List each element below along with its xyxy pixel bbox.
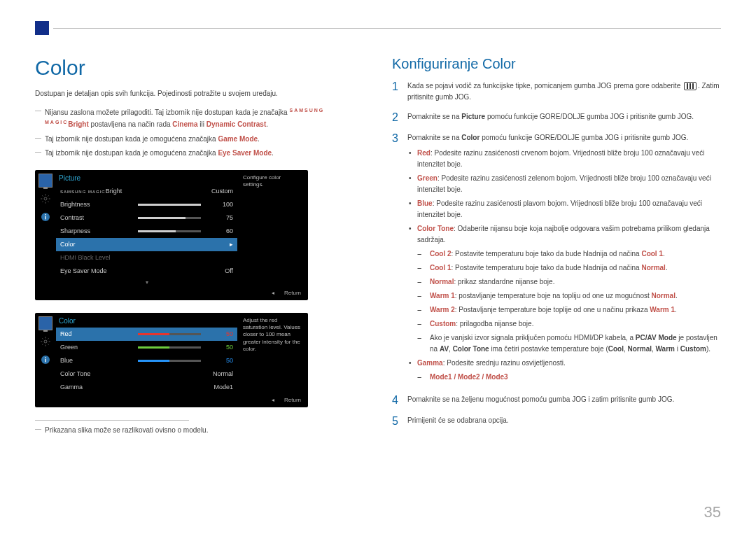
sub-bullet-item: Warm 2: Postavljanje temperature boje to… — [417, 304, 721, 316]
bullet-item: Blue: Podesite razinu zasićenosti plavom… — [407, 198, 721, 220]
osd-row: Brightness100 — [56, 198, 237, 211]
left-column: Color Dostupan je detaljan opis svih fun… — [35, 56, 364, 447]
svg-point-0 — [44, 197, 47, 200]
osd-footer: ◂ Return — [35, 394, 308, 407]
osd-row: Red50 — [56, 328, 237, 341]
step-number: 3 — [392, 132, 407, 386]
osd-side-icons — [35, 170, 56, 287]
step-number: 1 — [392, 80, 407, 103]
footnote-list: Prikazana slika može se razlikovati ovis… — [35, 425, 364, 436]
settings-icon — [38, 192, 52, 205]
step-body: Pomaknite se na željenu mogućnost pomoću… — [407, 394, 674, 407]
sub-bullet-item: Custom: prilagodba nijanse boje. — [417, 318, 721, 330]
info-icon — [38, 211, 52, 223]
osd-title: Color — [56, 313, 237, 328]
step-item: 2Pomaknite se na Picture pomoću funkcije… — [392, 111, 721, 124]
osd-footer: ◂ Return — [35, 287, 308, 300]
osd-row: Contrast75 — [56, 211, 237, 225]
svg-point-4 — [44, 340, 47, 343]
page-number: 35 — [704, 503, 721, 521]
osd-row: Blue50 — [56, 354, 237, 367]
sub-bullet-item: Warm 1: postavljanje temperature boje na… — [417, 290, 721, 302]
step-number: 4 — [392, 394, 407, 407]
osd-row: Color▸ — [56, 238, 237, 251]
info-icon — [38, 353, 52, 366]
step-item: 1Kada se pojavi vodič za funkcijske tipk… — [392, 80, 721, 103]
return-hint: ◂ Return — [272, 397, 301, 403]
bullet-item: Red: Podesite razinu zasićenosti crvenom… — [407, 148, 721, 170]
step-number: 5 — [392, 415, 407, 428]
osd-row: SAMSUNG MAGICBrightCustom — [56, 185, 237, 198]
header-rule — [35, 21, 721, 35]
osd-help-text: Configure color settings. — [237, 170, 308, 287]
osd-title: Picture — [56, 170, 237, 185]
osd-row: GammaMode1 — [56, 381, 237, 394]
note-item: Taj izbornik nije dostupan kada je omogu… — [35, 134, 364, 145]
step-item: 5Primijenit će se odabrana opcija. — [392, 415, 721, 428]
sub-bullet-item: Normal: prikaz standardne nijanse boje. — [417, 276, 721, 288]
step-body: Pomaknite se na Picture pomoću funkcije … — [407, 111, 694, 124]
monitor-icon — [38, 317, 52, 330]
step-body: Primijenit će se odabrana opcija. — [407, 415, 509, 428]
osd-row: Color ToneNormal — [56, 367, 237, 381]
bullet-item: Color Tone: Odaberite nijansu boje koja … — [407, 223, 721, 355]
bullet-item: Green: Podesite razinu zasićenosti zelen… — [407, 173, 721, 195]
sub-bullet-item: Cool 1: Postavite temperaturu boje tako … — [417, 262, 721, 274]
sub-bullet-item: Ako je vanjski izvor signala priključen … — [417, 332, 721, 355]
section-heading: Konfiguriranje Color — [392, 56, 721, 72]
svg-rect-6 — [45, 358, 46, 362]
bullet-item: Gamma: Podesite srednju razinu osvijetlj… — [407, 358, 721, 383]
osd-screenshot-color: Color Red50Green50Blue50Color ToneNormal… — [35, 313, 308, 407]
right-column: Konfiguriranje Color 1Kada se pojavi vod… — [392, 56, 721, 447]
step-body: Kada se pojavi vodič za funkcijske tipke… — [407, 80, 721, 103]
svg-rect-2 — [45, 216, 46, 219]
svg-rect-3 — [45, 214, 46, 215]
step-list: 1Kada se pojavi vodič za funkcijske tipk… — [392, 80, 721, 428]
menu-icon — [684, 82, 696, 90]
osd-row: Sharpness60 — [56, 225, 237, 238]
osd-row: Green50 — [56, 341, 237, 354]
osd-screenshot-picture: Picture SAMSUNG MAGICBrightCustomBrightn… — [35, 170, 308, 300]
step-body: Pomaknite se na Color pomoću funkcije GO… — [407, 132, 721, 386]
note-item: Taj izbornik nije dostupan kada je omogu… — [35, 148, 364, 159]
intro-text: Dostupan je detaljan opis svih funkcija.… — [35, 88, 364, 99]
step-item: 4Pomaknite se na željenu mogućnost pomoć… — [392, 394, 721, 407]
sub-bullet-item: Mode1 / Mode2 / Mode3 — [417, 372, 721, 383]
step-number: 2 — [392, 111, 407, 124]
monitor-icon — [38, 174, 52, 187]
chevron-down-icon: ▾ — [56, 278, 237, 287]
osd-row: Eye Saver ModeOff — [56, 265, 237, 278]
footnote-rule — [35, 420, 189, 421]
footnote-text: Prikazana slika može se razlikovati ovis… — [35, 425, 364, 436]
osd-side-icons — [35, 313, 56, 394]
page-title: Color — [35, 56, 364, 80]
step-item: 3Pomaknite se na Color pomoću funkcije G… — [392, 132, 721, 386]
svg-rect-7 — [45, 357, 46, 358]
osd-row: HDMI Black Level — [56, 251, 237, 265]
return-hint: ◂ Return — [272, 290, 301, 296]
osd-help-text: Adjust the red saturation level. Values … — [237, 313, 308, 394]
sub-bullet-item: Cool 2: Postavite temperaturu boje tako … — [417, 248, 721, 260]
settings-icon — [38, 335, 52, 348]
note-list: Nijansu zaslona možete prilagoditi. Taj … — [35, 106, 364, 159]
note-item: Nijansu zaslona možete prilagoditi. Taj … — [35, 106, 364, 131]
brand-square-icon — [35, 21, 49, 35]
